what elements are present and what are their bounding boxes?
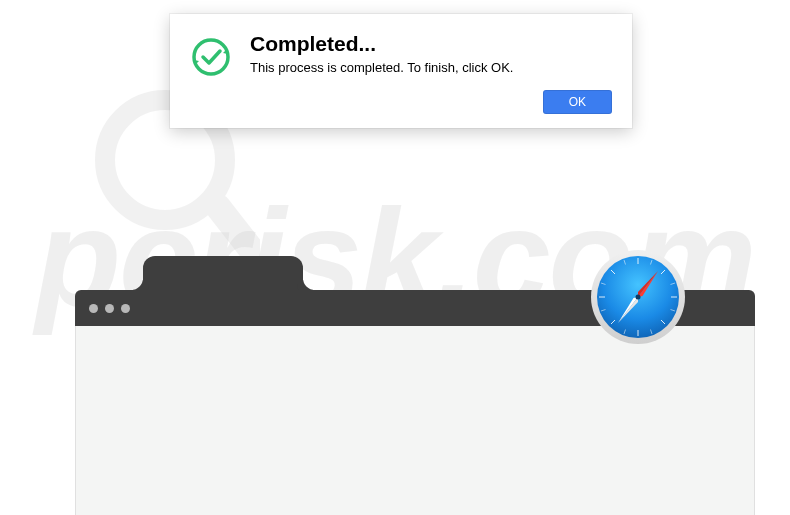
traffic-lights [89, 304, 130, 313]
safari-icon [588, 247, 688, 347]
dialog-message: This process is completed. To finish, cl… [250, 60, 612, 75]
browser-tab[interactable] [143, 256, 303, 290]
svg-point-24 [636, 295, 641, 300]
checkmark-circle-icon [190, 36, 232, 78]
browser-content-area [75, 326, 755, 515]
close-window-button[interactable] [89, 304, 98, 313]
ok-button[interactable]: OK [543, 90, 612, 114]
fullscreen-window-button[interactable] [121, 304, 130, 313]
svg-point-25 [194, 40, 228, 74]
dialog-title: Completed... [250, 32, 612, 56]
minimize-window-button[interactable] [105, 304, 114, 313]
completed-dialog: Completed... This process is completed. … [170, 14, 632, 128]
